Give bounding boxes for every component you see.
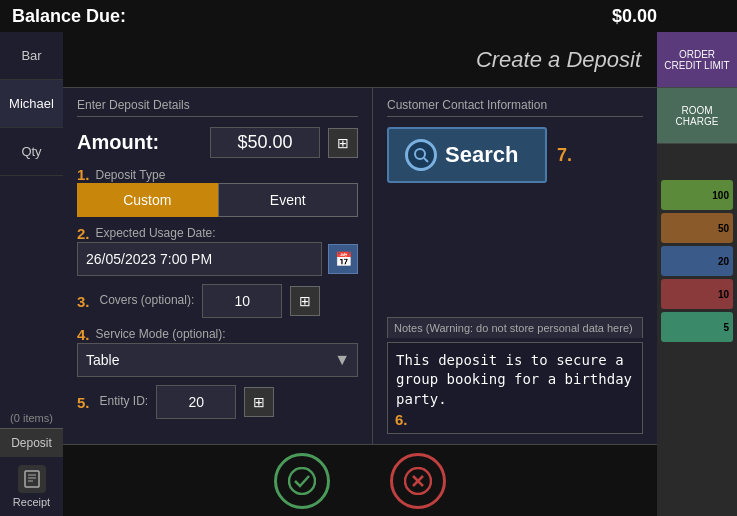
- sidebar-item-michael[interactable]: Michael: [0, 80, 63, 128]
- entity-id-section: 5. Entity ID: ⊞: [77, 385, 358, 419]
- entity-id-label: Entity ID:: [100, 394, 149, 408]
- deposit-type-label: Deposit Type: [96, 168, 166, 182]
- amount-row: Amount: ⊞: [77, 127, 358, 158]
- cancel-button[interactable]: [390, 453, 446, 509]
- service-mode-label: Service Mode (optional):: [96, 327, 226, 341]
- receipt-icon: [18, 465, 46, 493]
- svg-rect-0: [25, 471, 39, 487]
- step-4-indicator: 4.: [77, 326, 90, 343]
- custom-type-button[interactable]: Custom: [77, 183, 218, 217]
- left-panel: Enter Deposit Details Amount: ⊞ 1. Depos…: [63, 88, 373, 444]
- covers-input[interactable]: [202, 284, 282, 318]
- date-input[interactable]: [77, 242, 322, 276]
- right-panel-title: Customer Contact Information: [387, 98, 643, 117]
- entity-id-input[interactable]: [156, 385, 236, 419]
- entity-id-calc-button[interactable]: ⊞: [244, 387, 274, 417]
- step-5-indicator: 5.: [77, 394, 90, 411]
- receipt-button[interactable]: Receipt: [0, 456, 63, 516]
- deposit-type-section: 1. Deposit Type Custom Event: [77, 166, 358, 217]
- search-icon: [405, 139, 437, 171]
- modal-header: Create a Deposit: [63, 32, 657, 88]
- step-1-indicator: 1.: [77, 166, 90, 183]
- amount-input[interactable]: [210, 127, 320, 158]
- notes-wrapper: This deposit is to secure a group bookin…: [387, 342, 643, 435]
- expected-date-section: 2. Expected Usage Date: 📅: [77, 225, 358, 276]
- svg-point-6: [289, 468, 315, 494]
- confirm-button[interactable]: [274, 453, 330, 509]
- date-row: 📅: [77, 242, 358, 276]
- modal-title: Create a Deposit: [476, 47, 641, 73]
- type-buttons: Custom Event: [77, 183, 358, 217]
- amount-label: Amount:: [77, 131, 202, 154]
- step-3-indicator: 3.: [77, 293, 90, 310]
- service-mode-section: 4. Service Mode (optional): Table ▼: [77, 326, 358, 377]
- notes-textarea[interactable]: This deposit is to secure a group bookin…: [387, 342, 643, 435]
- notes-section: Notes (Warning: do not store personal da…: [387, 317, 643, 435]
- search-label: Search: [445, 142, 518, 168]
- svg-line-5: [424, 158, 428, 162]
- step-2-indicator: 2.: [77, 225, 90, 242]
- note-20: 20: [661, 246, 733, 276]
- search-section: Search 7.: [387, 127, 643, 183]
- covers-calc-button[interactable]: ⊞: [290, 286, 320, 316]
- note-50: 50: [661, 213, 733, 243]
- note-100: 100: [661, 180, 733, 210]
- left-panel-title: Enter Deposit Details: [77, 98, 358, 117]
- modal-body: Enter Deposit Details Amount: ⊞ 1. Depos…: [63, 88, 657, 444]
- covers-label: Covers (optional):: [100, 293, 195, 307]
- receipt-label: Receipt: [13, 496, 50, 508]
- sidebar-item-qty[interactable]: Qty: [0, 128, 63, 176]
- date-label: Expected Usage Date:: [96, 226, 216, 240]
- deposit-tab[interactable]: Deposit: [0, 428, 63, 456]
- sidebar-item-bar[interactable]: Bar: [0, 32, 63, 80]
- right-panel: Customer Contact Information Search 7.: [373, 88, 657, 444]
- balance-due-label: Balance Due:: [12, 6, 126, 27]
- order-credit-limit-button[interactable]: ORDER CREDIT LIMIT: [657, 32, 737, 88]
- spacer: [387, 191, 643, 309]
- note-5: 5: [661, 312, 733, 342]
- step-6-indicator: 6.: [395, 411, 408, 428]
- service-mode-dropdown[interactable]: Table: [77, 343, 358, 377]
- service-mode-dropdown-wrapper: Table ▼: [77, 343, 358, 377]
- covers-section: 3. Covers (optional): ⊞: [77, 284, 358, 318]
- balance-amount: $0.00: [612, 6, 657, 27]
- modal-footer: [63, 444, 657, 516]
- room-charge-button[interactable]: ROOM CHARGE: [657, 88, 737, 144]
- amount-calc-button[interactable]: ⊞: [328, 128, 358, 158]
- step-7-indicator: 7.: [557, 145, 572, 166]
- svg-point-4: [415, 149, 425, 159]
- note-10: 10: [661, 279, 733, 309]
- notes-warning: Notes (Warning: do not store personal da…: [387, 317, 643, 338]
- right-sidebar: ORDER CREDIT LIMIT ROOM CHARGE 100 50 20…: [657, 32, 737, 516]
- items-badge: (0 items): [0, 408, 63, 428]
- create-deposit-modal: Create a Deposit Enter Deposit Details A…: [63, 32, 657, 516]
- left-sidebar: Bar Michael Qty (0 items) Deposit Receip…: [0, 32, 63, 516]
- date-calendar-button[interactable]: 📅: [328, 244, 358, 274]
- money-area: 100 50 20 10 5: [657, 176, 737, 516]
- search-button[interactable]: Search: [387, 127, 547, 183]
- event-type-button[interactable]: Event: [218, 183, 359, 217]
- top-bar: Balance Due: $0.00: [0, 0, 737, 32]
